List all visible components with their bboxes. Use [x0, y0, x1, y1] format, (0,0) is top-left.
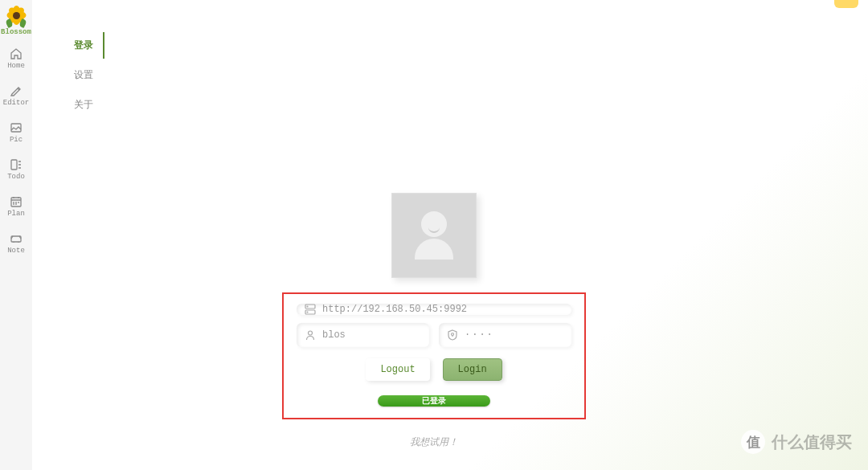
menu-item-login[interactable]: 登录 — [64, 32, 104, 59]
svg-point-6 — [307, 306, 308, 307]
nav-item-note[interactable]: Note — [7, 231, 25, 256]
menu-panel: 登录 设置 关于 — [64, 32, 104, 121]
watermark-logo: 值 — [741, 430, 765, 454]
username-input[interactable] — [322, 329, 421, 341]
main-content: ···· Logout Login 已登录 我想试用！ — [282, 193, 586, 449]
nav-label: Plan — [7, 210, 25, 218]
avatar — [391, 193, 477, 278]
home-icon — [10, 47, 23, 60]
username-field[interactable] — [297, 323, 429, 347]
login-form: ···· Logout Login 已登录 — [282, 292, 586, 419]
nav-item-home[interactable]: Home — [7, 46, 25, 72]
app-logo — [4, 3, 28, 27]
server-url-input[interactable] — [322, 304, 563, 315]
nav-item-pic[interactable]: Pic — [10, 120, 23, 145]
app-name: Blossom — [1, 28, 31, 36]
server-url-field[interactable] — [297, 304, 571, 315]
server-icon — [305, 304, 316, 315]
svg-point-9 — [452, 333, 454, 336]
trial-link[interactable]: 我想试用！ — [410, 435, 458, 449]
plan-icon — [10, 195, 23, 208]
svg-rect-1 — [11, 160, 17, 170]
nav-label: Note — [7, 247, 25, 255]
note-icon — [10, 232, 23, 245]
status-badge: 已登录 — [378, 395, 490, 407]
sidebar: Blossom Home Editor Pic — [0, 0, 32, 470]
corner-accent — [834, 0, 858, 8]
menu-item-settings[interactable]: 设置 — [64, 62, 104, 88]
nav-label: Todo — [7, 173, 25, 181]
nav-item-editor[interactable]: Editor — [3, 83, 29, 108]
watermark: 值 什么值得买 — [741, 430, 852, 454]
nav-item-todo[interactable]: Todo — [7, 157, 25, 182]
pic-icon — [10, 121, 23, 134]
password-display: ···· — [465, 329, 494, 341]
login-button[interactable]: Login — [443, 358, 502, 381]
nav-label: Editor — [3, 99, 29, 107]
nav-label: Pic — [10, 136, 23, 144]
user-icon — [305, 329, 316, 341]
todo-icon — [10, 158, 23, 171]
lock-icon — [447, 329, 458, 341]
nav-item-plan[interactable]: Plan — [7, 194, 25, 219]
watermark-text: 什么值得买 — [772, 431, 852, 453]
svg-point-7 — [307, 312, 308, 313]
nav-label: Home — [7, 62, 25, 70]
password-field[interactable]: ···· — [439, 323, 571, 347]
logout-button[interactable]: Logout — [366, 358, 429, 381]
menu-item-about[interactable]: 关于 — [64, 92, 104, 118]
svg-point-8 — [309, 331, 313, 335]
editor-icon — [10, 84, 23, 97]
